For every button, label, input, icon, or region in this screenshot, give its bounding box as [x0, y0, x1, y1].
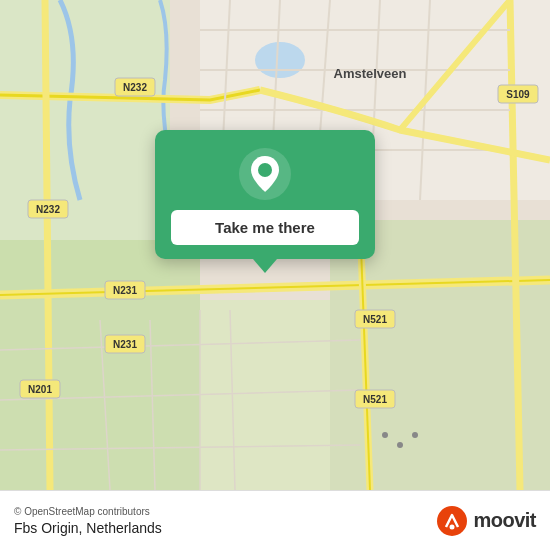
svg-text:N231: N231: [113, 285, 137, 296]
svg-text:S109: S109: [506, 89, 530, 100]
location-pin-icon: [239, 148, 291, 200]
svg-point-7: [255, 42, 305, 78]
svg-point-46: [437, 506, 467, 536]
osm-credit: © OpenStreetMap contributors: [14, 506, 162, 517]
svg-text:N231: N231: [113, 339, 137, 350]
svg-text:N201: N201: [28, 384, 52, 395]
svg-point-47: [450, 524, 455, 529]
svg-point-45: [258, 163, 272, 177]
footer-left: © OpenStreetMap contributors Fbs Origin,…: [14, 506, 162, 536]
svg-text:N521: N521: [363, 314, 387, 325]
svg-point-43: [412, 432, 418, 438]
svg-point-41: [382, 432, 388, 438]
svg-point-42: [397, 442, 403, 448]
svg-text:N232: N232: [36, 204, 60, 215]
map-container: N232 N232 N231 N231 N521 N521 N201 S109 …: [0, 0, 550, 490]
svg-rect-6: [200, 300, 330, 490]
svg-rect-4: [0, 240, 200, 490]
svg-text:N521: N521: [363, 394, 387, 405]
svg-text:Amstelveen: Amstelveen: [334, 66, 407, 81]
location-name: Fbs Origin, Netherlands: [14, 520, 162, 536]
popup-card: Take me there: [155, 130, 375, 259]
svg-text:N232: N232: [123, 82, 147, 93]
moovit-logo: moovit: [436, 505, 536, 537]
moovit-text: moovit: [473, 509, 536, 532]
take-me-there-button[interactable]: Take me there: [171, 210, 359, 245]
footer: © OpenStreetMap contributors Fbs Origin,…: [0, 490, 550, 550]
moovit-logo-icon: [436, 505, 468, 537]
